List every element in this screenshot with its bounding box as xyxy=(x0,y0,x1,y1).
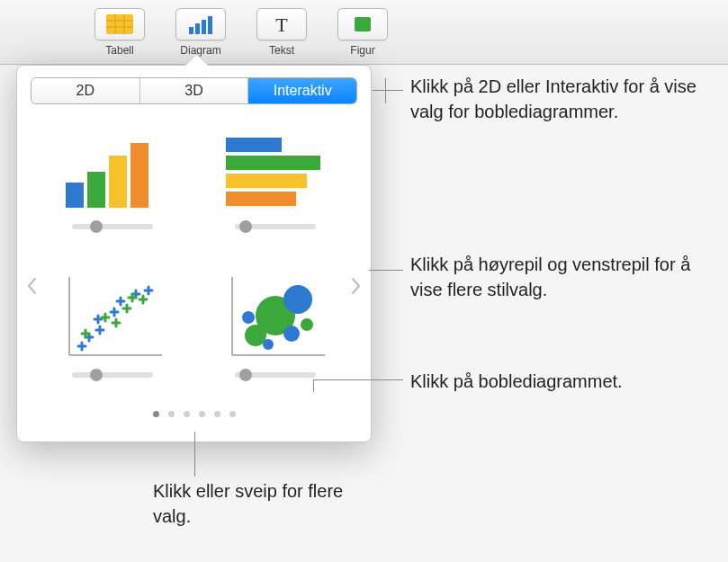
chart-type-segmented-control: 2D 3D Interaktiv xyxy=(31,78,356,103)
svg-rect-18 xyxy=(226,192,296,206)
toolbar-item-shape[interactable]: Figur xyxy=(322,8,403,57)
style-slider[interactable] xyxy=(235,224,316,229)
callout-bracket xyxy=(385,78,386,103)
callout-segments: Klikk på 2D eller Interaktiv for å vise … xyxy=(410,74,707,124)
svg-rect-11 xyxy=(66,183,84,208)
toolbar-label: Tekst xyxy=(269,44,294,57)
callout-bubble: Klikk på boblediagrammet. xyxy=(410,369,716,394)
svg-point-27 xyxy=(283,326,300,342)
segment-2d[interactable]: 2D xyxy=(31,78,140,103)
callout-connector xyxy=(369,270,403,271)
page-dot[interactable] xyxy=(168,411,175,417)
svg-point-25 xyxy=(283,285,312,314)
style-slider[interactable] xyxy=(72,224,153,229)
toolbar-item-table[interactable]: Tabell xyxy=(79,8,160,57)
chart-picker-popover: 2D 3D Interaktiv xyxy=(16,65,372,442)
toolbar-item-text[interactable]: T Tekst xyxy=(241,8,322,57)
svg-rect-17 xyxy=(226,174,307,188)
svg-rect-5 xyxy=(189,27,193,34)
toolbar-label: Figur xyxy=(350,44,374,57)
svg-rect-0 xyxy=(106,14,133,34)
chart-option-column[interactable] xyxy=(44,120,181,250)
callout-dots: Klikk eller sveip for flere valg. xyxy=(153,478,378,529)
scatter-chart-icon xyxy=(54,268,171,367)
table-icon xyxy=(94,8,145,40)
style-slider[interactable] xyxy=(72,372,153,378)
segment-3d[interactable]: 3D xyxy=(140,78,249,103)
page-dot[interactable] xyxy=(229,411,236,417)
chart-grid xyxy=(17,111,371,407)
svg-rect-7 xyxy=(202,20,206,34)
page-dot[interactable] xyxy=(184,411,190,417)
chart-option-bar[interactable] xyxy=(208,120,345,250)
bar-chart-icon xyxy=(217,120,334,219)
callout-connector xyxy=(373,90,403,91)
page-indicator xyxy=(17,411,371,417)
chart-icon xyxy=(175,8,226,40)
svg-rect-13 xyxy=(109,156,127,208)
svg-rect-12 xyxy=(87,172,105,208)
svg-rect-16 xyxy=(226,156,320,170)
page-dot[interactable] xyxy=(199,411,205,417)
svg-rect-8 xyxy=(208,16,212,34)
page-dot[interactable] xyxy=(214,411,220,417)
svg-point-29 xyxy=(263,339,274,350)
page-dot[interactable] xyxy=(153,411,159,417)
svg-rect-14 xyxy=(130,143,148,208)
callout-arrows: Klikk på høyrepil og venstrepil for å vi… xyxy=(410,252,707,302)
svg-text:T: T xyxy=(275,14,288,34)
segment-interactive[interactable]: Interaktiv xyxy=(248,78,356,103)
svg-rect-10 xyxy=(355,17,371,31)
svg-rect-15 xyxy=(226,138,282,152)
text-icon: T xyxy=(256,8,307,40)
callout-connector xyxy=(194,432,195,477)
svg-point-26 xyxy=(242,311,255,324)
toolbar: Tabell Diagram T Tekst Figur xyxy=(0,0,728,65)
column-chart-icon xyxy=(54,120,171,219)
svg-point-28 xyxy=(301,318,313,331)
callout-connector xyxy=(313,379,314,392)
callout-connector xyxy=(313,379,403,380)
bubble-chart-icon xyxy=(217,268,334,367)
style-slider[interactable] xyxy=(235,372,316,378)
toolbar-label: Tabell xyxy=(105,44,133,57)
chart-option-scatter[interactable] xyxy=(44,268,181,398)
toolbar-label: Diagram xyxy=(180,44,220,57)
svg-rect-6 xyxy=(195,23,200,34)
toolbar-item-chart[interactable]: Diagram xyxy=(160,8,241,57)
shape-icon xyxy=(337,8,388,40)
